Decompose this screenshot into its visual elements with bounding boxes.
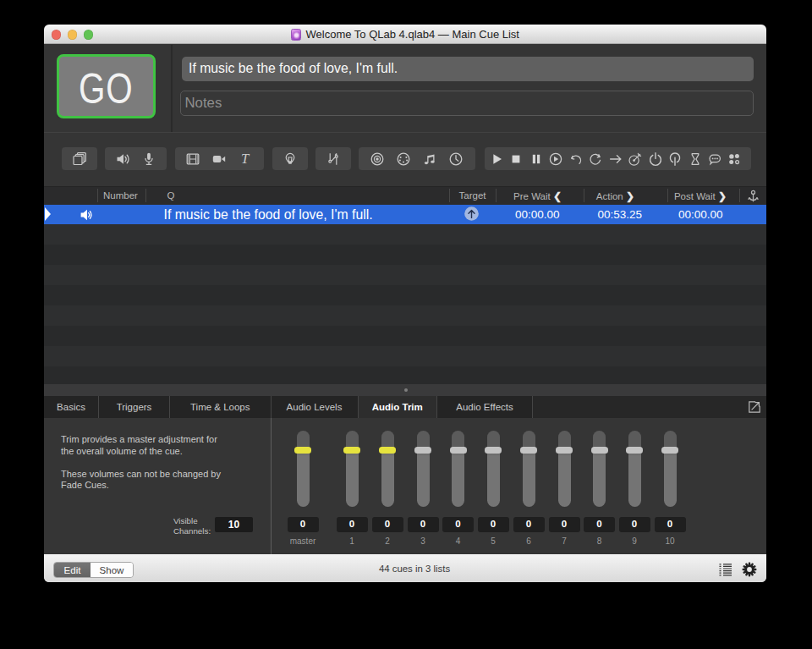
svg-text:T: T xyxy=(241,151,250,167)
